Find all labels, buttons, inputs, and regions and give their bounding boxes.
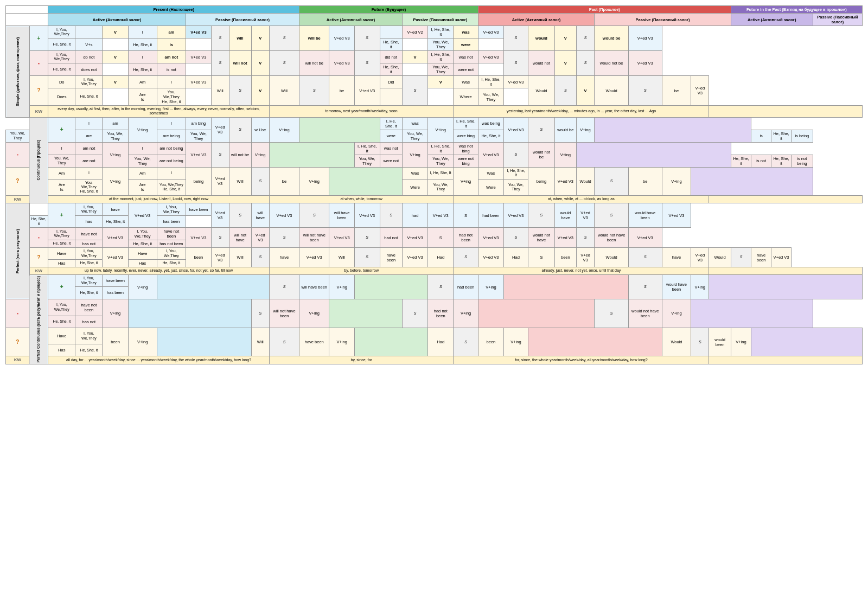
v-ed-v3-fp-pass-perf-minus: V+ed V3 <box>628 228 662 248</box>
sign-minus-perf: - <box>29 228 48 248</box>
would-be-fp-cont-plus: would be <box>555 117 577 142</box>
no-passive-past-perf-cont <box>504 275 629 299</box>
kw-present-perf: up to now, lately, recently, ever, never… <box>48 267 270 275</box>
was-q-past-cont: Was <box>403 167 428 179</box>
been-past-pass-perf-q: been <box>555 248 577 267</box>
s-fp-perf-minus: S <box>504 228 528 248</box>
will-q-fut-perf: Will <box>229 248 251 267</box>
subj-he-she-it-perf-q: He, She, it <box>75 259 103 267</box>
no-passive-fp-perf-cont <box>709 275 863 299</box>
v-ing-cont-minus: V+ing <box>103 142 128 167</box>
pass-s-past-perf-minus: S <box>428 228 454 248</box>
would-q-fp: Would <box>528 76 554 106</box>
subj-i-cont-plus: I <box>75 117 103 130</box>
were-not-past-pass-minus: were not <box>454 63 478 76</box>
no-passive-past-perf-cont-q <box>528 328 662 356</box>
did-q-past2 <box>380 88 402 106</box>
v-ing-cont-plus: V+ing <box>128 117 157 142</box>
v-ed-v3-fp-perf-q: V+ed V3 <box>691 248 709 267</box>
has-perf-plus: has <box>75 216 103 228</box>
kw-present-perf-cont: all day, for ... year/month/week/day, si… <box>48 356 270 364</box>
s-fut-perf-plus: S <box>229 203 251 228</box>
header-past: Past (Прошлое) <box>478 6 731 14</box>
had-q-past-pass-perf: Had <box>504 248 528 267</box>
he-she-it-pass-cont-plus: He, She, it <box>771 130 792 142</box>
sign-kw-cont: KW <box>6 195 30 203</box>
pass-s-past-perf-plus: S <box>454 203 478 228</box>
v-ed-v3-passive-simple-plus: V+ed V3 <box>186 26 211 39</box>
v-fut-plus: V <box>251 26 269 51</box>
hdr-passive-fp: Passive (Пассивный залог) <box>813 14 862 26</box>
s-fut-pass-minus: S <box>269 51 299 76</box>
v-ed-v3-past-pass-minus: V+ed V3 <box>478 51 503 63</box>
no-passive-fp-cont-minus <box>576 142 731 167</box>
v-ed-v3-fut-pass-perf-plus: V+ed V3 <box>354 203 380 228</box>
v-ing-past-cont-plus: V+ing <box>428 117 454 142</box>
kw-past-simple: yesterday, last year/month/week/day, ...… <box>454 106 709 118</box>
no-passive-fp-cont <box>595 117 751 142</box>
will-not-be-fut-pass-minus: will not be <box>299 51 329 76</box>
would-q-fp-pass-perf: Would <box>709 248 731 267</box>
would-not-be-fp-pass-minus: would not be <box>595 51 628 76</box>
s-past-perf-cont-plus: S <box>428 275 454 299</box>
do-not-simple-minus: do not <box>75 51 103 63</box>
am-not-cont-minus: am not <box>75 142 103 155</box>
will-not-fut-minus: will not <box>229 51 251 76</box>
would-be-fp-pass-plus: would be <box>595 26 628 51</box>
am-q-cont: Am <box>48 167 75 179</box>
v-ed-v3-fut-pass-minus: V+ed V3 <box>329 51 354 76</box>
has-not-been-perf-cont-minus: has not <box>75 316 103 328</box>
s-fp-perf-cont-minus: S <box>595 299 628 328</box>
v-past-q: V <box>428 76 454 88</box>
subj-i-you-we-they-simple-plus: I, You, We,They <box>48 26 75 39</box>
have-been-perf-pass-plus: have been <box>186 203 211 216</box>
pass-subj1-cont-plus: I <box>157 117 186 130</box>
subj-i-you-we-they-simple-q: I, You, We,They <box>75 76 103 88</box>
pass-subj1-cont-minus: I <box>128 142 157 155</box>
will-have-fut-perf-plus: will have <box>251 203 269 228</box>
s-past-plus: S <box>354 26 380 51</box>
v-simple-q: V <box>103 76 128 88</box>
s-fp-q: S <box>555 76 577 106</box>
sign-minus-simple: - <box>29 51 48 76</box>
s-fp-pass-plus: S <box>576 26 595 51</box>
subj-i-he-she-it-past-pass-cont-plus: I, He, She, It <box>454 117 478 130</box>
being-past-pass-cont-q: being <box>528 167 554 195</box>
v-ed-v3-fut-pass-plus: V+ed V3 <box>329 26 354 51</box>
section-continuous-label: Continuous (Процесс) <box>29 117 48 203</box>
have-been-fp-pass-perf-q: have been <box>751 248 771 267</box>
v-ed-v3-fut-pass-perf-minus: V+ed V3 <box>329 228 354 248</box>
subj-i-you-we-they-perf-minus: I, You, We,They <box>48 228 75 240</box>
v-ing-fut-perf-cont-q: V+ing <box>329 328 354 356</box>
subj-i-you-we-they-perf-cont-minus: I, You, We,They <box>48 299 75 316</box>
s-fut-perf-minus: S <box>211 228 229 248</box>
v-ing-past-cont-minus: V+ing <box>403 142 428 167</box>
no-passive-present-perf-cont-minus <box>128 299 251 328</box>
pass-subj2-cont-minus: You, We, They <box>128 155 157 167</box>
v-ed-v3-fp-pass-plus: V+ed V3 <box>628 26 662 51</box>
subj-he-she-it-simple-plus: He, She, it <box>48 39 75 51</box>
subj-you-we-they-past-cont-plus: You, We, They <box>186 130 211 142</box>
were-past-cont-plus: were <box>380 130 402 142</box>
pass-subj1-perf-minus: I, You, We,They <box>128 228 157 240</box>
v-ed-v3-fut-pass-perf-q: V+ed V3 <box>403 248 428 267</box>
v-ed-v3-perf-q-pass: V+ed V3 <box>211 248 229 267</box>
sign-plus-cont: + <box>48 117 75 142</box>
s-fp-pass-minus: S <box>576 51 595 76</box>
no-passive-fut-perf-cont-q <box>354 328 427 356</box>
been-past-perf-cont-q: been <box>478 328 503 356</box>
subj-you-we-they-past-pass-cont-minus: You, We, They <box>428 155 454 167</box>
v-ing-fp-cont-plus: V+ing <box>576 117 595 142</box>
v-ed-v3-fp-perf-plus: V+ed V3 <box>576 203 595 228</box>
is-not-being-cont-minus: is not being <box>792 155 813 167</box>
will-be-fut-cont-plus: will be <box>251 117 269 142</box>
s-fut-pass-perf-plus: S <box>299 203 329 228</box>
have-been-fut-pass-perf-q: have been <box>380 248 402 267</box>
v-ing-fp-perf-cont-plus: V+ing <box>691 275 709 299</box>
s-fp-cont-plus: S <box>528 117 554 142</box>
is-being-cont-plus: is being <box>792 130 813 142</box>
will-q-fut: Will <box>211 76 229 106</box>
kw-future-cont: at when, while, tomorrow <box>269 195 454 203</box>
are-not-being-cont-minus: are not being <box>157 155 186 167</box>
have-not-perf-minus: have not <box>75 228 103 240</box>
